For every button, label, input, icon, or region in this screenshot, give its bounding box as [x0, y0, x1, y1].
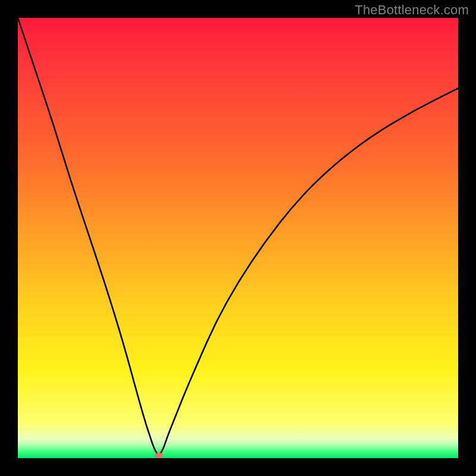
optimal-point-marker [155, 453, 163, 458]
bottleneck-curve [18, 18, 458, 455]
watermark-text: TheBottleneck.com [355, 2, 469, 18]
curve-layer [18, 18, 458, 458]
plot-area [18, 18, 458, 458]
chart-frame: TheBottleneck.com [0, 0, 476, 476]
